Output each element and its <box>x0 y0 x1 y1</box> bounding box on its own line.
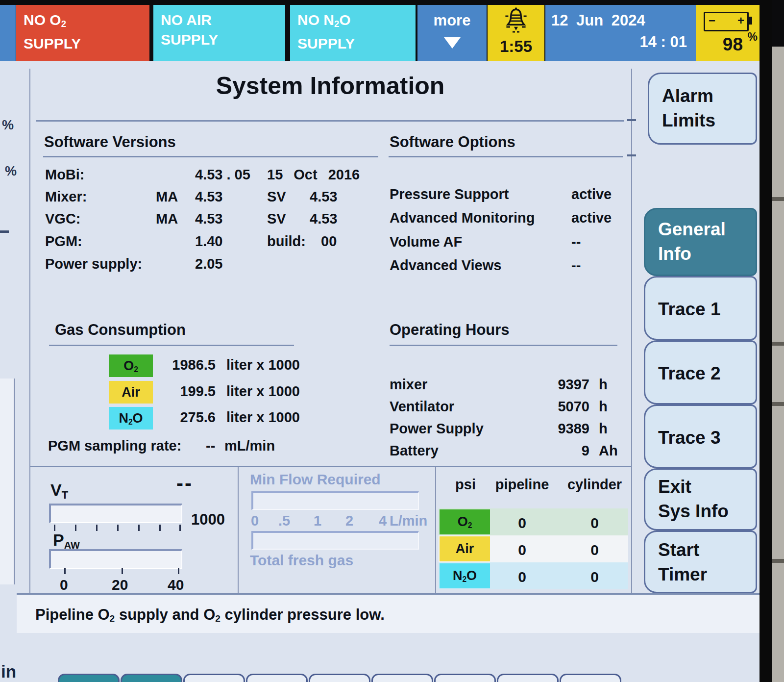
pressure-header-psi: psi <box>443 477 488 493</box>
table-cell: 4.53 <box>310 211 337 227</box>
more-alarms-button[interactable]: more <box>417 5 487 61</box>
option-value: -- <box>571 234 581 250</box>
bottom-strip-divider-1 <box>238 467 239 593</box>
table-cell: MoBi: <box>45 167 85 183</box>
table-cell: VGC: <box>45 211 81 227</box>
pressure-header-pipeline: pipeline <box>489 477 555 493</box>
bottom-menu-button[interactable] <box>309 674 370 682</box>
bottom-menu-button[interactable] <box>371 674 433 682</box>
option-value: active <box>571 210 612 226</box>
title-underline <box>36 120 624 122</box>
software-versions-heading: Software Versions <box>44 133 176 151</box>
sidebar-button-trace-3[interactable]: Trace 3 <box>644 404 757 468</box>
table-cell: Mixer: <box>45 189 87 205</box>
table-cell: 15 Oct 2016 <box>267 167 360 183</box>
off-screen-groove <box>772 559 784 563</box>
device-screen: NO O2 SUPPLY NO AIR SUPPLY NO N2O SUPPLY… <box>0 0 784 682</box>
pressure-badge-n2o: N2O <box>440 563 490 588</box>
min-flow-scale-label: .5 <box>278 513 290 529</box>
vt-scale-max: 1000 <box>191 511 225 529</box>
gas-value: 199.5 <box>147 383 216 400</box>
pressure-value-pipeline: 0 <box>489 515 555 531</box>
battery-percent-unit: % <box>748 30 758 44</box>
paw-tick <box>64 568 66 574</box>
sidebar-button-general-info[interactable]: General Info <box>644 208 757 276</box>
pgm-sampling-unit: mL/min <box>224 438 275 454</box>
bottom-strip-top-border <box>30 466 631 467</box>
hours-label: mixer <box>390 377 427 393</box>
table-cell: PGM: <box>45 233 82 250</box>
bottom-menu-button[interactable] <box>246 674 308 682</box>
bottom-menu-button[interactable] <box>121 674 182 682</box>
total-fresh-gas-label: Total fresh gas <box>250 552 353 569</box>
vt-tick <box>138 525 140 531</box>
hours-label: Power Supply <box>390 421 484 437</box>
sidebar-button-trace-1[interactable]: Trace 1 <box>644 276 757 340</box>
min-flow-scale-label: 0 <box>251 513 259 529</box>
sidebar-button-alarm-limits[interactable]: Alarm Limits <box>648 73 757 145</box>
min-flow-scale-unit: L/min <box>390 513 427 529</box>
pressure-header-cylinder: cylinder <box>562 477 628 493</box>
table-cell: MA <box>156 189 178 205</box>
bottom-menu-button[interactable] <box>434 674 496 682</box>
table-cell: 4.53 . 05 <box>195 167 250 183</box>
min-flow-bar <box>251 491 419 510</box>
battery-indicator: − + 98 % <box>696 5 760 61</box>
bottom-menu-button[interactable] <box>497 674 559 682</box>
alarm-no-air-supply: NO AIR SUPPLY <box>153 5 285 61</box>
gas-unit: liter x 1000 <box>226 409 300 426</box>
off-screen-groove <box>772 402 784 406</box>
gas-consumption-heading: Gas Consumption <box>55 321 186 339</box>
hours-label: Battery <box>390 443 439 459</box>
page-title: System Information <box>29 72 631 100</box>
pressure-value-cylinder: 0 <box>562 515 628 531</box>
pressure-value-pipeline: 0 <box>489 542 555 558</box>
alarm-silence-indicator[interactable]: 1:55 <box>488 5 544 61</box>
hours-value: 9389 <box>510 421 589 437</box>
bottom-menu-button[interactable] <box>58 674 120 682</box>
battery-terminal-nub <box>749 17 752 25</box>
hours-value: 9 <box>510 443 589 459</box>
option-value: -- <box>571 257 581 274</box>
table-cell: SV <box>267 189 286 205</box>
status-bar: NO O2 SUPPLY NO AIR SUPPLY NO N2O SUPPLY… <box>0 5 760 61</box>
sidebar-button-start-timer[interactable]: Start Timer <box>644 530 757 593</box>
table-cell: SV <box>267 211 286 227</box>
bottom-strip-divider-2 <box>435 467 436 593</box>
paw-tick-label: 20 <box>112 577 128 593</box>
alarm-pause-countdown: 1:55 <box>488 37 544 56</box>
option-value: active <box>571 186 612 202</box>
option-label: Pressure Support <box>390 186 509 202</box>
battery-icon: − + <box>704 12 749 31</box>
table-cell: 2.05 <box>195 256 222 272</box>
panel-left-border <box>29 69 30 593</box>
pressure-value-pipeline: 0 <box>489 569 555 585</box>
table-cell: MA <box>156 211 178 227</box>
sidebar-button-trace-2[interactable]: Trace 2 <box>644 340 757 404</box>
bottom-menu-button[interactable] <box>183 674 245 682</box>
gas-badge-n2o: N2O <box>109 407 153 429</box>
battery-percent: 98 <box>723 34 743 55</box>
left-edge-percent-2: % <box>5 164 17 179</box>
table-cell: Power supply: <box>45 256 142 272</box>
paw-tick <box>122 568 123 574</box>
vt-tick <box>117 525 119 531</box>
total-fresh-gas-bar <box>251 531 419 550</box>
more-label: more <box>417 5 487 29</box>
min-flow-scale-label: 2 <box>345 513 353 529</box>
pgm-sampling-value: -- <box>206 438 215 454</box>
time-label: 14 : 01 <box>545 29 696 51</box>
hours-value: 5070 <box>510 399 589 415</box>
date-label: 12 Jun 2024 <box>545 5 696 29</box>
sidebar-button-exit-sys-info[interactable]: Exit Sys Info <box>644 468 757 530</box>
operating-hours-underline <box>390 345 617 346</box>
hours-unit: h <box>599 421 608 437</box>
table-cell: 00 <box>321 233 337 250</box>
table-cell: 4.53 <box>310 189 337 205</box>
gas-badge-air: Air <box>109 381 153 404</box>
option-label: Advanced Views <box>390 257 501 274</box>
bottom-menu-button[interactable] <box>560 674 621 682</box>
vt-tick <box>159 525 161 531</box>
hours-unit: h <box>599 399 608 415</box>
off-screen-groove <box>772 342 784 346</box>
